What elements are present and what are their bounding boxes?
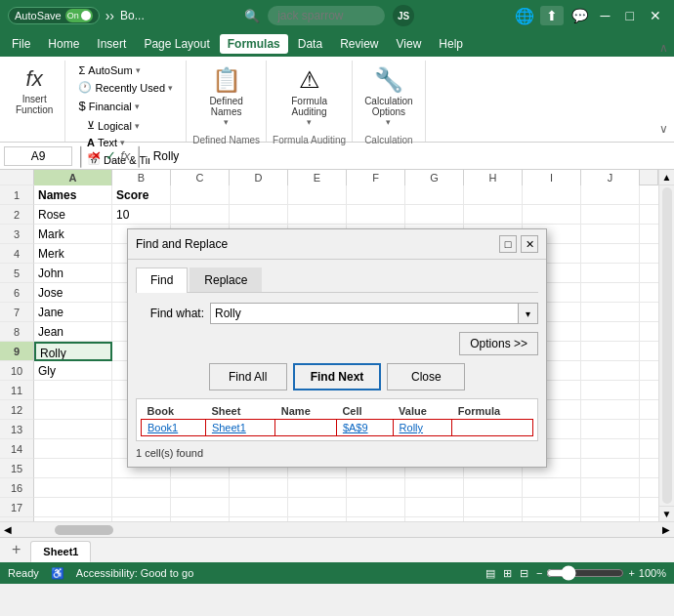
menu-data[interactable]: Data bbox=[290, 34, 330, 54]
cell-e2[interactable] bbox=[288, 205, 347, 225]
find-what-input[interactable]: Rolly bbox=[210, 303, 519, 324]
scroll-right-btn[interactable]: ▶ bbox=[658, 522, 674, 537]
scroll-down-btn[interactable]: ▼ bbox=[659, 506, 674, 521]
result-cell[interactable]: $A$9 bbox=[336, 420, 393, 436]
cell-j4[interactable] bbox=[581, 244, 640, 264]
recently-used-btn[interactable]: 🕐 Recently Used ▾ bbox=[74, 79, 177, 96]
maximize-btn[interactable]: □ bbox=[621, 6, 639, 25]
cell-a7[interactable]: Jane bbox=[34, 303, 112, 322]
minimize-btn[interactable]: ─ bbox=[596, 6, 615, 25]
name-box[interactable]: A9 bbox=[4, 146, 72, 166]
cancel-icon[interactable]: ✕ bbox=[91, 148, 102, 163]
dialog-title-bar[interactable]: Find and Replace □ ✕ bbox=[128, 229, 546, 260]
cell-a10[interactable]: Gly bbox=[34, 361, 112, 381]
scroll-left-btn[interactable]: ◀ bbox=[0, 522, 16, 537]
autosum-btn[interactable]: Σ AutoSum ▾ bbox=[74, 62, 144, 78]
cell-i1[interactable] bbox=[523, 185, 581, 205]
col-header-f[interactable]: F bbox=[347, 170, 405, 185]
cell-g2[interactable] bbox=[405, 205, 464, 225]
tab-find[interactable]: Find bbox=[136, 267, 188, 293]
cell-h1[interactable] bbox=[464, 185, 523, 205]
cell-b2[interactable]: 10 bbox=[112, 205, 171, 225]
insert-function-btn[interactable]: fx InsertFunction bbox=[10, 62, 59, 119]
dialog-minimize-btn[interactable]: □ bbox=[499, 235, 517, 253]
formula-input[interactable]: Rolly bbox=[149, 147, 670, 165]
find-next-btn[interactable]: Find Next bbox=[293, 363, 382, 390]
defined-names-btn[interactable]: 📋 DefinedNames ▾ bbox=[203, 62, 250, 131]
autosave-toggle[interactable]: On bbox=[65, 9, 93, 22]
cell-a3[interactable]: Mark bbox=[34, 225, 112, 244]
sheet-tab-sheet1[interactable]: Sheet1 bbox=[30, 541, 91, 562]
cell-d2[interactable] bbox=[230, 205, 288, 225]
cell-j8[interactable] bbox=[581, 322, 640, 342]
menu-page-layout[interactable]: Page Layout bbox=[136, 34, 217, 54]
cell-j6[interactable] bbox=[581, 283, 640, 303]
close-btn[interactable]: ✕ bbox=[645, 6, 666, 25]
col-header-c[interactable]: C bbox=[171, 170, 230, 185]
cell-d1[interactable] bbox=[230, 185, 288, 205]
cell-c1[interactable] bbox=[171, 185, 230, 205]
scroll-thumb[interactable] bbox=[662, 187, 672, 504]
result-name[interactable] bbox=[275, 420, 337, 436]
result-sheet[interactable]: Sheet1 bbox=[205, 420, 274, 436]
add-sheet-btn[interactable]: + bbox=[4, 537, 28, 562]
menu-insert[interactable]: Insert bbox=[89, 34, 134, 54]
menu-help[interactable]: Help bbox=[431, 34, 471, 54]
cell-a4[interactable]: Merk bbox=[34, 244, 112, 264]
logical-btn[interactable]: ⊻ Logical ▾ bbox=[83, 117, 175, 134]
menu-review[interactable]: Review bbox=[332, 34, 386, 54]
col-header-g[interactable]: G bbox=[405, 170, 464, 185]
cell-b1[interactable]: Score bbox=[112, 185, 171, 205]
col-header-b[interactable]: B bbox=[112, 170, 171, 185]
cell-a8[interactable]: Jean bbox=[34, 322, 112, 342]
layout-page-icon[interactable]: ⊞ bbox=[503, 567, 512, 580]
cell-g1[interactable] bbox=[405, 185, 464, 205]
cell-j3[interactable] bbox=[581, 225, 640, 244]
cell-a5[interactable]: John bbox=[34, 264, 112, 283]
zoom-slider[interactable] bbox=[546, 565, 624, 581]
cell-a9[interactable]: Rolly bbox=[34, 342, 112, 361]
cell-i2[interactable] bbox=[523, 205, 581, 225]
ribbon-more-btn[interactable]: ›› bbox=[105, 8, 114, 23]
find-all-btn[interactable]: Find All bbox=[209, 363, 287, 390]
ribbon-collapse-btn[interactable]: ∧ bbox=[657, 39, 670, 57]
zoom-in-btn[interactable]: + bbox=[628, 567, 634, 579]
cell-a1[interactable]: Names bbox=[34, 185, 112, 205]
confirm-icon[interactable]: ✓ bbox=[105, 148, 116, 163]
find-dropdown-btn[interactable]: ▾ bbox=[519, 303, 538, 324]
col-header-d[interactable]: D bbox=[230, 170, 288, 185]
cell-j7[interactable] bbox=[581, 303, 640, 322]
col-header-i[interactable]: I bbox=[523, 170, 581, 185]
options-btn[interactable]: Options >> bbox=[459, 332, 538, 355]
result-value[interactable]: Rolly bbox=[393, 420, 452, 436]
result-book[interactable]: Book1 bbox=[142, 420, 206, 436]
cell-j5[interactable] bbox=[581, 264, 640, 283]
cell-j2[interactable] bbox=[581, 205, 640, 225]
col-header-j[interactable]: J bbox=[581, 170, 640, 185]
h-scroll-track[interactable] bbox=[16, 522, 658, 537]
cell-e1[interactable] bbox=[288, 185, 347, 205]
cell-j1[interactable] bbox=[581, 185, 640, 205]
tab-replace[interactable]: Replace bbox=[190, 267, 262, 292]
col-header-a[interactable]: A bbox=[34, 170, 112, 185]
search-input[interactable] bbox=[268, 6, 385, 25]
ribbon-expand-btn[interactable]: ∨ bbox=[657, 120, 670, 138]
cell-a6[interactable]: Jose bbox=[34, 283, 112, 303]
calculation-options-btn[interactable]: 🔧 CalculationOptions ▾ bbox=[358, 62, 418, 131]
financial-btn[interactable]: $ Financial ▾ bbox=[74, 97, 143, 115]
layout-pagebreak-icon[interactable]: ⊟ bbox=[520, 567, 528, 580]
comment-icon[interactable]: 💬 bbox=[569, 6, 590, 25]
result-formula[interactable] bbox=[452, 420, 533, 436]
cell-f1[interactable] bbox=[347, 185, 405, 205]
fx-bar-icon[interactable]: fx bbox=[120, 148, 130, 163]
autosave-badge[interactable]: AutoSave On bbox=[8, 7, 100, 24]
menu-formulas[interactable]: Formulas bbox=[220, 34, 288, 54]
menu-home[interactable]: Home bbox=[40, 34, 87, 54]
menu-file[interactable]: File bbox=[4, 34, 38, 54]
close-dialog-btn[interactable]: Close bbox=[387, 363, 465, 390]
col-header-h[interactable]: H bbox=[464, 170, 523, 185]
h-scroll-thumb[interactable] bbox=[55, 525, 113, 535]
layout-normal-icon[interactable]: ▤ bbox=[485, 567, 495, 580]
dialog-close-btn[interactable]: ✕ bbox=[521, 235, 538, 253]
formula-auditing-btn[interactable]: ⚠ FormulaAuditing ▾ bbox=[285, 62, 333, 131]
